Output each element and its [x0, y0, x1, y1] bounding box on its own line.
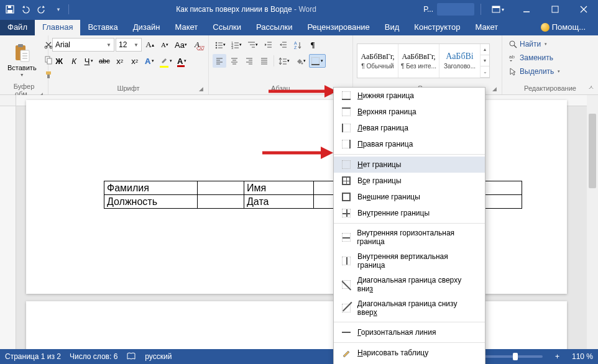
tell-me[interactable]: Помощ... [533, 20, 598, 35]
border-diagd[interactable]: Диагональная граница сверху вниз [334, 273, 485, 296]
select-button[interactable]: Выделить▾ [506, 65, 594, 78]
border-right[interactable]: Правая граница [334, 136, 485, 152]
tab-review[interactable]: Рецензирование [300, 20, 377, 35]
highlight-button[interactable]: ▾ [158, 54, 174, 68]
svg-point-21 [216, 42, 218, 44]
paste-button[interactable]: Вставить ▼ [4, 42, 40, 78]
strikethrough-button[interactable]: abc [97, 54, 112, 68]
zoom-level[interactable]: 110 % [572, 352, 593, 361]
tab-view[interactable]: Вид [377, 20, 407, 35]
text-effects-button[interactable]: A▾ [143, 54, 157, 68]
status-wordcount[interactable]: Число слов: 6 [70, 352, 117, 361]
tab-design[interactable]: Дизайн [126, 20, 168, 35]
style-nospacing[interactable]: АаБбВвГг,¶ Без инте... [398, 44, 439, 78]
border-inside[interactable]: Внутренние границы [334, 205, 485, 221]
find-button[interactable]: Найти▾ [506, 38, 594, 50]
font-name-combo[interactable]: Arial▼ [52, 38, 114, 52]
status-spellcheck[interactable] [126, 352, 136, 362]
tab-references[interactable]: Ссылки [205, 20, 249, 35]
svg-rect-2 [8, 6, 11, 8]
status-bar: Страница 1 из 2 Число слов: 6 русский − … [0, 349, 598, 364]
close-button[interactable] [569, 0, 598, 19]
ribbon-display-options[interactable]: ▾ [484, 0, 512, 19]
account-name-placeholder[interactable] [437, 3, 474, 16]
line-spacing-button[interactable]: ▾ [277, 54, 292, 68]
vertical-ruler[interactable] [0, 106, 16, 349]
style-heading1[interactable]: АаБбВіЗаголово... [439, 44, 481, 78]
qat-customize[interactable]: ▼ [51, 2, 66, 17]
clear-formatting-button[interactable]: A⌫ [190, 38, 204, 52]
border-none[interactable]: Нет границы [334, 157, 485, 173]
align-right-button[interactable] [242, 54, 256, 68]
numbering-button[interactable]: 123▾ [229, 38, 244, 52]
styles-scroll[interactable]: ▴▾⌄ [481, 44, 489, 78]
tab-file[interactable]: Файл [0, 20, 35, 35]
change-case-button[interactable]: Aa ▾ [173, 38, 189, 52]
grow-font-button[interactable]: A▴ [143, 38, 157, 52]
page-1[interactable]: Фамилия Имя Должность Дата [26, 100, 567, 294]
decrease-indent-button[interactable] [261, 38, 275, 52]
zoom-in-button[interactable]: + [551, 352, 563, 361]
font-color-button[interactable]: A▾ [175, 54, 189, 68]
undo-button[interactable] [19, 2, 34, 17]
border-top[interactable]: Верхняя граница [334, 104, 485, 120]
border-diagu[interactable]: Диагональная граница снизу вверх [334, 296, 485, 320]
quick-access-toolbar: ▼ [0, 2, 73, 17]
tab-insert[interactable]: Вставка [80, 20, 125, 35]
shrink-font-button[interactable]: A▾ [158, 38, 172, 52]
search-icon [508, 40, 517, 48]
borders-button[interactable]: ▾ [309, 54, 326, 68]
border-outside[interactable]: Внешние границы [334, 189, 485, 205]
underline-button[interactable]: Ч▾ [82, 54, 96, 68]
bullets-icon [214, 40, 223, 49]
border-insideh[interactable]: Внутренняя горизонтальная граница [334, 225, 485, 249]
italic-button[interactable]: К [67, 54, 81, 68]
bold-button[interactable]: Ж [52, 54, 66, 68]
status-page[interactable]: Страница 1 из 2 [5, 352, 61, 361]
multilevel-button[interactable]: ▾ [245, 38, 260, 52]
increase-indent-button[interactable] [276, 38, 290, 52]
show-marks-button[interactable]: ¶ [306, 38, 320, 52]
group-font: Arial▼ 12▼ A▴ A▾ Aa ▾ A⌫ Ж К Ч▾ abc x2 x… [48, 35, 209, 94]
border-bottom[interactable]: Нижняя граница [334, 88, 485, 104]
border-hline[interactable]: Горизонтальная линия [334, 324, 485, 340]
styles-gallery[interactable]: АаБбВвГг,¶ Обычный АаБбВвГг,¶ Без инте..… [357, 43, 490, 78]
border-left[interactable]: Левая граница [334, 120, 485, 136]
border-draw[interactable]: Нарисовать таблицу [334, 345, 485, 361]
tab-mailings[interactable]: Рассылки [249, 20, 300, 35]
maximize-button[interactable] [541, 0, 569, 19]
page-2[interactable] [26, 301, 567, 349]
status-language[interactable]: русский [145, 352, 172, 361]
shading-button[interactable]: ▾ [293, 54, 308, 68]
minimize-button[interactable] [512, 0, 541, 19]
collapse-ribbon-button[interactable]: ㅅ [588, 83, 594, 92]
bullets-button[interactable]: ▾ [213, 38, 228, 52]
font-launcher[interactable]: ◢ [199, 86, 203, 92]
border-insidev[interactable]: Внутренняя вертикальная граница [334, 249, 485, 273]
align-center-button[interactable] [228, 54, 241, 68]
justify-button[interactable] [257, 54, 271, 68]
tab-layout[interactable]: Макет [167, 20, 205, 35]
style-normal[interactable]: АаБбВвГг,¶ Обычный [357, 44, 398, 78]
tab-table-layout[interactable]: Макет [467, 20, 505, 35]
borders-dropdown: Нижняя границаВерхняя границаЛевая грани… [333, 87, 485, 364]
sort-button[interactable]: AZ [291, 38, 305, 52]
tab-home[interactable]: Главная [35, 20, 80, 35]
replace-button[interactable]: abЗаменить [506, 52, 594, 64]
border-all[interactable]: Все границы [334, 173, 485, 189]
styles-launcher[interactable]: ◢ [492, 86, 497, 92]
group-styles: АаБбВвГг,¶ Обычный АаБбВвГг,¶ Без инте..… [353, 35, 502, 94]
vertical-scrollbar[interactable] [587, 95, 598, 349]
tab-table-design[interactable]: Конструктор [407, 20, 467, 35]
border-grid[interactable]: Отобразить сетку [334, 361, 485, 364]
superscript-button[interactable]: x2 [128, 54, 142, 68]
save-button[interactable] [2, 2, 17, 17]
redo-button[interactable] [35, 2, 50, 17]
svg-point-25 [216, 47, 218, 49]
font-size-combo[interactable]: 12▼ [116, 38, 142, 52]
account-initial[interactable]: Р... [420, 5, 437, 14]
ribbon: Вставить ▼ Буфер обм...◢ Arial▼ 12▼ A▴ A… [0, 35, 598, 95]
subscript-button[interactable]: x2 [113, 54, 127, 68]
svg-text:A: A [294, 41, 297, 45]
align-left-button[interactable] [213, 54, 226, 68]
